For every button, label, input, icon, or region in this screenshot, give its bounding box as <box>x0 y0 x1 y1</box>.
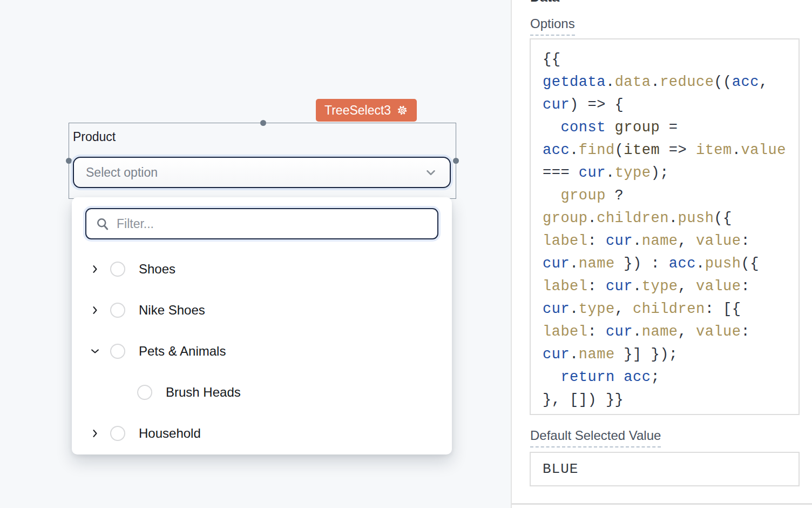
properties-panel: Data Options {{getdata.data.reduce((acc,… <box>511 0 812 508</box>
tree-item[interactable]: Brush Heads <box>72 372 452 413</box>
tree-item[interactable]: Pets & Animals <box>72 331 452 372</box>
resize-handle-left[interactable] <box>66 158 72 164</box>
panel-section-title: Data <box>530 0 559 5</box>
tree-item[interactable]: Nike Shoes <box>72 290 452 331</box>
resize-handle-right[interactable] <box>453 158 459 164</box>
default-value-input[interactable]: BLUE <box>530 452 800 486</box>
tree-item-label: Household <box>139 426 201 441</box>
tree-item-label: Pets & Animals <box>139 344 226 359</box>
radio-circle[interactable] <box>110 262 125 277</box>
tree-item[interactable]: Shoes <box>72 249 452 290</box>
resize-handle-top[interactable] <box>260 120 266 126</box>
options-property-label[interactable]: Options <box>530 16 575 36</box>
radio-circle[interactable] <box>110 426 125 441</box>
select-placeholder-text: Select option <box>86 165 424 180</box>
tree-item[interactable]: Household <box>72 413 452 454</box>
tree-select-dropdown: ShoesNike ShoesPets & AnimalsBrush Heads… <box>72 197 452 454</box>
panel-divider <box>512 503 812 505</box>
default-value-property-label[interactable]: Default Selected Value <box>530 428 661 447</box>
options-code-editor[interactable]: {{getdata.data.reduce((acc,cur) => { con… <box>530 38 800 415</box>
chevron-right-icon[interactable] <box>90 428 100 439</box>
radio-circle[interactable] <box>110 344 125 359</box>
chevron-down-icon[interactable] <box>90 346 100 357</box>
chevron-down-icon <box>424 165 438 179</box>
tree-item-label: Shoes <box>139 262 175 277</box>
radio-circle[interactable] <box>110 303 125 318</box>
search-icon <box>95 216 110 231</box>
default-value-text: BLUE <box>543 461 578 477</box>
widget-name-badge[interactable]: TreeSelect3 <box>316 99 417 122</box>
chevron-right-icon[interactable] <box>90 264 100 275</box>
gear-icon[interactable] <box>396 104 408 116</box>
editor-canvas[interactable]: TreeSelect3 Product Select option ShoesN… <box>0 0 511 508</box>
filter-input[interactable] <box>117 217 429 231</box>
radio-circle[interactable] <box>137 385 152 400</box>
tree-option-list: ShoesNike ShoesPets & AnimalsBrush Heads… <box>72 249 452 454</box>
tree-item-label: Nike Shoes <box>139 303 205 318</box>
tree-select-trigger[interactable]: Select option <box>73 157 451 188</box>
widget-field-label: Product <box>73 130 116 144</box>
tree-item-label: Brush Heads <box>166 385 241 400</box>
chevron-right-icon[interactable] <box>90 305 100 316</box>
filter-field[interactable] <box>85 208 438 239</box>
widget-name-label: TreeSelect3 <box>324 103 391 118</box>
